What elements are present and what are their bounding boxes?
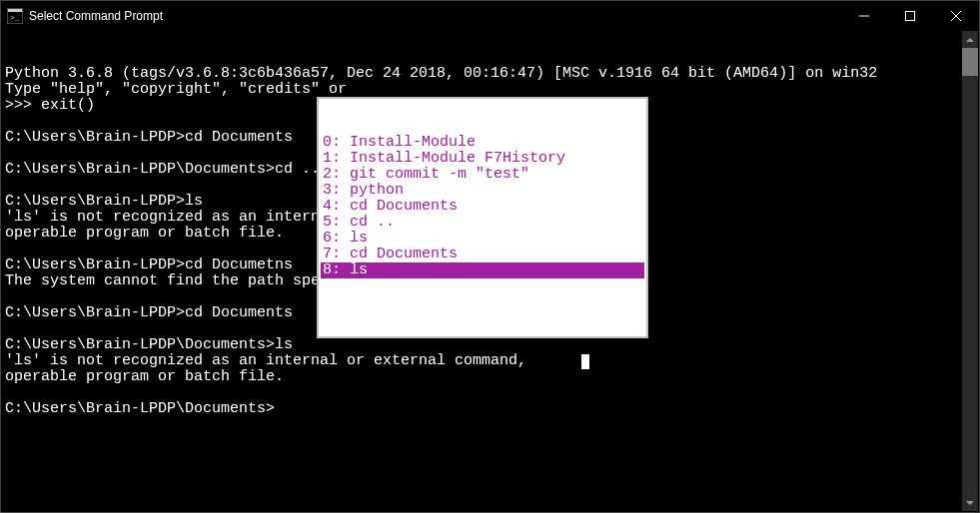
- history-item[interactable]: 3: python: [321, 183, 644, 199]
- svg-marker-8: [966, 501, 974, 505]
- text-cursor: [581, 354, 589, 369]
- titlebar[interactable]: >_ Select Command Prompt: [1, 1, 979, 31]
- terminal-body[interactable]: Python 3.6.8 (tags/v3.6.8:3c6b436a57, De…: [1, 31, 979, 512]
- maximize-button[interactable]: [887, 1, 933, 31]
- close-button[interactable]: [933, 1, 979, 31]
- history-item[interactable]: 2: git commit -m "test": [321, 167, 644, 183]
- minimize-button[interactable]: [841, 1, 887, 31]
- svg-rect-4: [906, 12, 915, 21]
- terminal-line: Python 3.6.8 (tags/v3.6.8:3c6b436a57, De…: [5, 66, 975, 82]
- svg-marker-7: [966, 38, 974, 42]
- command-prompt-window: >_ Select Command Prompt Python 3.6.8 (t…: [0, 0, 980, 513]
- terminal-line: C:\Users\Brain-LPDP\Documents>: [5, 401, 975, 417]
- history-item[interactable]: 1: Install-Module F7History: [321, 151, 644, 167]
- history-item[interactable]: 7: cd Documents: [321, 247, 644, 262]
- terminal-line: C:\Users\Brain-LPDP\Documents>ls: [5, 337, 975, 353]
- terminal-line: Type "help", "copyright", "credits" or: [5, 82, 975, 98]
- cmd-icon: >_: [7, 8, 23, 24]
- window-controls: [841, 1, 979, 31]
- scroll-thumb[interactable]: [962, 48, 978, 76]
- scrollbar[interactable]: [962, 31, 978, 511]
- svg-rect-1: [8, 9, 22, 12]
- scroll-down-arrow[interactable]: [962, 494, 978, 511]
- history-item[interactable]: 4: cd Documents: [321, 199, 644, 215]
- scroll-up-arrow[interactable]: [962, 31, 978, 48]
- terminal-line: operable program or batch file.: [5, 369, 975, 385]
- svg-text:>_: >_: [10, 13, 20, 22]
- history-popup[interactable]: 0: Install-Module1: Install-Module F7His…: [317, 97, 648, 338]
- history-item[interactable]: 5: cd ..: [321, 215, 644, 231]
- history-item[interactable]: 6: ls: [321, 231, 644, 247]
- history-item[interactable]: 8: ls: [321, 262, 644, 278]
- terminal-line: 'ls' is not recognized as an internal or…: [5, 353, 975, 369]
- terminal-line: [5, 385, 975, 401]
- window-title: Select Command Prompt: [29, 9, 841, 23]
- history-item[interactable]: 0: Install-Module: [321, 135, 644, 151]
